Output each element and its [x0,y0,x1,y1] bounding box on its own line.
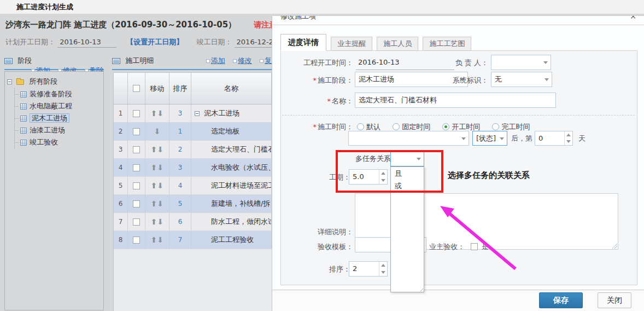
divider [282,115,635,116]
spin-up-icon[interactable] [566,134,571,136]
start-time-label: 工程开工时间： [283,55,353,70]
plan-start-label: 计划开工日期： [5,38,55,46]
days-stepper[interactable]: 0 [535,131,573,146]
select-all-checkbox[interactable] [133,85,140,92]
tree-item-zhuangxiu[interactable]: 装修准备阶段 [15,88,101,100]
radio-default[interactable] [357,123,364,130]
spin-up-icon[interactable] [381,264,385,267]
spin-down-icon[interactable] [381,179,385,182]
move-up-icon[interactable]: ⬆ [151,218,157,226]
row-checkbox[interactable] [133,182,140,189]
set-start-date-link[interactable]: 【设置开工日期】 [126,38,183,46]
detail-add-link[interactable]: 添加 [206,56,225,65]
status-select[interactable]: [状态] [472,131,507,146]
move-down-icon[interactable]: ⬇ [157,110,164,117]
dropdown-option-and[interactable]: 且 [391,167,424,180]
save-button[interactable]: 保存 [539,292,583,308]
name-input[interactable]: 选定大理石、门槛石材料 [355,93,556,108]
stage-toolbar: 阶段 添加 修改 删除 [4,56,104,70]
spin-up-icon[interactable] [381,172,385,175]
move-up-icon[interactable]: ⬆ [151,236,157,244]
move-down-icon[interactable]: ⬇ [157,146,164,153]
move-down-icon[interactable]: ⬇ [157,182,164,189]
row-checkbox[interactable] [133,218,140,226]
after-text: 后，第 [511,131,532,146]
dropdown-option-or[interactable]: 或 [391,180,424,192]
dialog-tabs: 进度详情 业主提醒 施工人员 施工工艺图 [280,34,471,51]
plan-start-value[interactable]: 2016-10-13 [57,38,116,48]
move-up-icon[interactable]: ⬆ [151,200,157,208]
table-row[interactable]: 6 ⬆⬇ 5 新建墙，补线槽/拆 [114,195,272,213]
move-down-icon[interactable]: ⬇ [154,128,161,135]
row-checkbox[interactable] [133,146,140,153]
table-row[interactable]: 8 ⬆⬇ 7 泥工工程验收 [114,231,272,249]
close-button[interactable]: 关闭 [598,292,631,308]
radio-start-time[interactable] [442,123,449,130]
table-row[interactable]: 4 ⬆⬇ 3 水电验收（水试压、 [114,159,272,177]
tree-root-label[interactable]: 所有阶段 [29,77,57,85]
tab-progress-detail[interactable]: 进度详情 [280,34,326,51]
table-row[interactable]: 3 ⬆⬇ 2 选定大理石、门槛石 [114,141,272,159]
dependency-task-select[interactable] [348,131,469,146]
order-label: 排序： [305,262,350,277]
spin-down-icon[interactable] [566,140,571,143]
radio-fixed-time[interactable] [393,123,400,130]
move-down-icon[interactable]: ⬇ [157,200,164,208]
table-icon [20,140,27,146]
edit-task-dialog: 修改施工项 ✕ 进度详情 业主提醒 施工人员 施工工艺图 工程开工时间： 201… [272,15,644,311]
tab-process-diagram[interactable]: 施工工艺图 [423,37,471,51]
move-up-icon[interactable]: ⬆ [151,164,157,171]
move-up-icon[interactable]: ⬆ [151,182,157,189]
detail-toolbar: 施工明细 添加 修改 复 [112,56,272,70]
tab-owner-remind[interactable]: 业主提醒 [331,37,372,51]
move-up-icon[interactable]: ⬆ [151,146,157,153]
chevron-down-icon [417,158,421,160]
tree-item-shuidian[interactable]: 水电隐蔽工程 [15,100,101,112]
tree-item-nimugong[interactable]: 泥木工进场 [15,112,101,124]
day-unit: 天 [578,131,586,146]
table-row[interactable]: 7 ⬆⬇ 6 防水工程，做闭水试 [114,213,272,231]
resize-handle[interactable] [418,286,423,291]
detail-panel-title: 施工明细 [125,56,154,65]
resize-handle[interactable] [612,244,617,249]
tree-item-jungong[interactable]: 竣工验收 [15,136,101,148]
table-icon [20,91,27,97]
radio-finish-time[interactable] [492,123,499,130]
manager-select[interactable] [491,55,551,70]
time-mode-label: *施工时间： [283,119,353,134]
table-row[interactable]: 5 ⬆⬇ 4 泥工材料进场至泥工 [114,177,272,195]
table-row[interactable]: 2 ⬇ 1 选定地板 [114,123,272,141]
sys-flag-select[interactable]: 无 [491,72,552,87]
row-checkbox[interactable] [133,237,140,244]
tree-item-youqi[interactable]: 油漆工进场 [15,124,101,136]
move-up-icon[interactable]: ⬆ [151,110,157,117]
close-icon[interactable]: ✕ [630,16,636,21]
chevron-down-icon [545,78,549,81]
multitask-select[interactable] [390,151,424,166]
move-down-icon[interactable]: ⬇ [157,236,164,244]
row-checkbox[interactable] [133,110,140,117]
stage-panel-icon [4,58,13,64]
collapse-icon[interactable] [195,111,200,116]
row-checkbox[interactable] [133,128,140,135]
owner-check-checkbox[interactable] [471,243,478,250]
detail-copy-link[interactable]: 复 [260,56,272,65]
order-stepper[interactable]: 2 [349,261,388,277]
tab-workers[interactable]: 施工人员 [377,37,418,51]
row-checkbox[interactable] [133,164,140,171]
stage-tree: 所有阶段 装修准备阶段 水电隐蔽工程 泥木工进场 油漆工进场 竣工验收 [4,71,104,310]
row-checkbox[interactable] [133,200,140,208]
tree-root-row[interactable]: 所有阶段 [7,75,101,88]
sys-flag-label: 系统标识： [436,73,488,88]
detail-edit-link[interactable]: 修改 [233,56,252,65]
stage-panel-title: 阶段 [17,56,32,65]
duration-stepper[interactable]: 5.0 [349,169,388,185]
edit-icon [233,59,237,63]
header-move: 移动 [145,73,169,104]
move-down-icon[interactable]: ⬇ [157,218,164,226]
collapse-icon[interactable] [7,79,12,84]
move-down-icon[interactable]: ⬇ [157,164,164,171]
table-row[interactable]: 1 ⬆⬇ 3 泥木工进场 [114,105,272,123]
spin-down-icon[interactable] [381,271,385,274]
dialog-header: 修改施工项 ✕ [272,16,644,25]
